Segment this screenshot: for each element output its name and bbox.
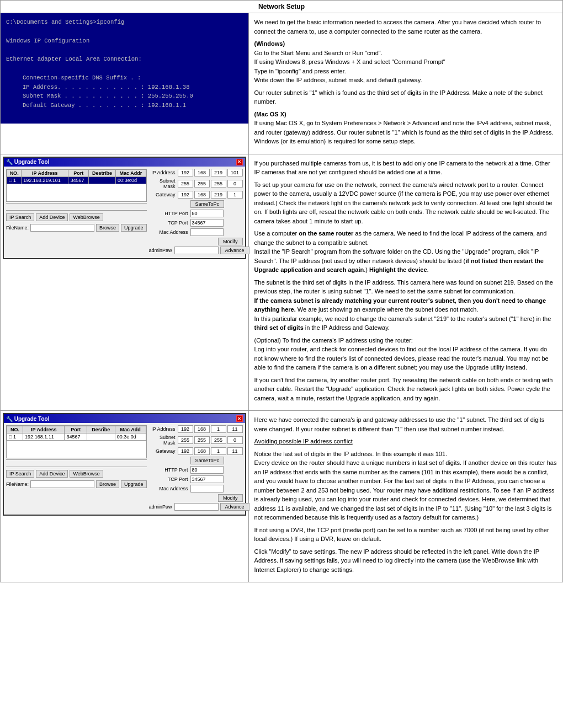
ut1-gw-oct2[interactable] (194, 191, 210, 199)
ut1-gw-oct4[interactable] (227, 191, 243, 199)
ut2-ip-oct3[interactable] (211, 425, 226, 433)
cmd-gateway: Default Gateway . . . . . . . . . : 192.… (6, 101, 243, 110)
ut1-col-port: Port (68, 169, 89, 176)
ut2-adminpaw-label: adminPaw (149, 504, 174, 510)
ut1-sn-oct4[interactable] (227, 180, 243, 188)
ut2-advance-button[interactable]: Advance (220, 503, 249, 511)
ut1-web-browse-button[interactable]: WebBrowse (70, 213, 103, 221)
upgrade-tool-1-title: 🔧 Upgrade Tool ✕ (4, 158, 245, 167)
ut2-ip-search-button[interactable]: IP Search (6, 470, 34, 478)
ut1-add-device-button[interactable]: Add Device (36, 213, 68, 221)
ut2-gateway-label: Gateway (149, 448, 178, 454)
ut1-sn-oct2[interactable] (194, 180, 210, 188)
ut2-gw-oct1[interactable] (178, 447, 193, 455)
ut1-ip-inputs (178, 169, 243, 176)
ut2-modify-row: Modify (149, 494, 243, 502)
ut1-adminpaw-row: adminPaw Advance (149, 247, 243, 254)
ut2-mac-row: Mac Address (149, 485, 243, 493)
ut2-col-port: Port (65, 426, 87, 433)
ut1-ip-oct3[interactable] (211, 169, 226, 176)
ut2-adminpaw-input[interactable] (174, 503, 219, 511)
ut2-ip-oct4[interactable] (227, 425, 243, 433)
ut1-modify-button[interactable]: Modify (218, 238, 243, 245)
s3-p2-underline: Avoiding possible IP address conflict (254, 437, 557, 446)
ut1-adminpaw-input[interactable] (174, 247, 219, 254)
ut2-http-input[interactable] (190, 466, 224, 474)
ut2-add-device-button[interactable]: Add Device (36, 470, 68, 478)
ut1-ip-search-button[interactable]: IP Search (6, 213, 34, 221)
ut2-http-label: HTTP Port (149, 467, 190, 473)
ut2-sn-oct2[interactable] (194, 436, 210, 444)
ut2-row1-no: □ 1 (7, 433, 23, 441)
ut1-upgrade-button[interactable]: Upgrade (121, 224, 147, 232)
ut1-http-row: HTTP Port (149, 210, 243, 217)
ut1-filename-label: FileName: (6, 225, 29, 231)
ut2-bottom-buttons: IP Search Add Device WebBrowse (6, 468, 147, 479)
ut2-sn-oct1[interactable] (178, 436, 193, 444)
ut1-ip-oct2[interactable] (194, 169, 210, 176)
ut1-tcp-input[interactable] (190, 219, 224, 227)
ut2-col-describe: Desribe (87, 426, 115, 433)
ut2-close-button[interactable]: ✕ (236, 415, 243, 422)
ut2-upgrade-button[interactable]: Upgrade (121, 480, 147, 488)
ut1-row1-no: □ 1 (7, 176, 22, 184)
ut1-advance-button[interactable]: Advance (220, 247, 249, 254)
section3-right: Here we have corrected the camera's ip a… (248, 411, 562, 582)
section1-right: We need to get the basic information nee… (248, 13, 562, 154)
cmd-line-3: Ethernet adapter Local Area Connection: (6, 56, 142, 62)
ut1-close-button[interactable]: ✕ (236, 159, 243, 165)
ut2-subnet-label: Subnet Mask (149, 435, 178, 446)
ut1-hscroll[interactable] (6, 203, 147, 211)
ut1-ip-label: IP Address (149, 170, 178, 175)
ut2-web-browse-button[interactable]: WebBrowse (70, 470, 103, 478)
ut2-sn-oct3[interactable] (211, 436, 226, 444)
ut2-sn-oct4[interactable] (227, 436, 243, 444)
ut1-tcp-label: TCP Port (149, 220, 190, 226)
ut2-modify-button[interactable]: Modify (218, 494, 243, 502)
ut2-same-to-pc-button[interactable]: SameToPc (190, 457, 225, 464)
ut2-mac-label: Mac Address (149, 486, 190, 491)
s2-p2: To set up your camera for use on the net… (254, 180, 557, 226)
ut1-browse-button[interactable]: Browse (96, 224, 119, 232)
section2-left: 🔧 Upgrade Tool ✕ NO. IP Address Port (1, 154, 249, 411)
section1-left: C:\Documents and Settings>ipconfig Windo… (1, 13, 249, 154)
ut1-right-panel: IP Address Subnet Mask (149, 169, 243, 256)
ut2-col-ip: IP Address (23, 426, 65, 433)
ut1-filename-input[interactable] (30, 224, 94, 232)
ut1-device-list[interactable]: NO. IP Address Port Destribe Mac Addr (6, 169, 147, 202)
ut2-ip-oct2[interactable] (194, 425, 210, 433)
ut2-mac-input[interactable] (190, 485, 224, 493)
ut2-ip-oct1[interactable] (178, 425, 193, 433)
ut1-table-row[interactable]: □ 1 192.168.219.101 34567 00:3e:0d (7, 176, 146, 184)
ut2-filename-input[interactable] (30, 480, 94, 488)
ut2-browse-button[interactable]: Browse (96, 480, 119, 488)
ut1-gw-oct1[interactable] (178, 191, 193, 199)
ut2-right-panel: IP Address Subnet Mask (149, 425, 243, 512)
ut2-gw-oct2[interactable] (194, 447, 210, 455)
ut1-sn-oct3[interactable] (211, 180, 226, 188)
ut1-row1-describe (88, 176, 115, 184)
ut2-row1-mac: 00:3e:0d (115, 433, 146, 441)
ut1-http-input[interactable] (190, 210, 224, 217)
ut2-tcp-input[interactable] (190, 475, 224, 483)
ut1-same-to-pc-button[interactable]: SameToPc (190, 200, 225, 208)
ut1-left-panel: NO. IP Address Port Destribe Mac Addr (6, 169, 147, 256)
ut1-col-no: NO. (7, 169, 22, 176)
ut2-gw-oct4[interactable] (227, 447, 243, 455)
ut1-gateway-inputs (178, 191, 243, 199)
ut2-gw-oct3[interactable] (211, 447, 226, 455)
ut1-http-label: HTTP Port (149, 211, 190, 216)
ut2-table-row[interactable]: □ 1 192.168.1.11 34567 00:3e:0d (7, 433, 146, 441)
ut1-mac-input[interactable] (190, 228, 224, 236)
ut1-sn-oct1[interactable] (178, 180, 193, 188)
page-title: Network Setup (1, 1, 563, 13)
ut1-ip-oct4[interactable] (227, 169, 243, 176)
s3-p4: If not using a DVR, the TCP port (media … (254, 526, 557, 544)
ut2-row1-ip: 192.168.1.11 (23, 433, 65, 441)
ut2-row1-port: 34567 (65, 433, 87, 441)
ut1-gw-oct3[interactable] (211, 191, 226, 199)
cmd-terminal: C:\Documents and Settings>ipconfig Windo… (1, 13, 248, 124)
ut2-device-list[interactable]: NO. IP Address Port Desribe Mac Add (6, 425, 147, 458)
ut2-hscroll[interactable] (6, 459, 147, 467)
ut1-ip-oct1[interactable] (178, 169, 193, 176)
